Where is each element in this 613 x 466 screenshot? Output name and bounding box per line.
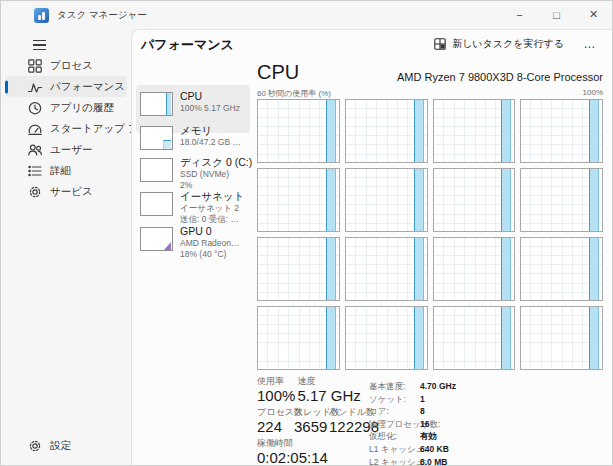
- history-icon: [27, 100, 43, 116]
- perf-item-text: CPU100% 5.17 GHz: [180, 90, 240, 114]
- core-graph-cell[interactable]: [433, 168, 516, 232]
- core-graph-cell[interactable]: [520, 306, 603, 370]
- core-graph-cell[interactable]: [257, 306, 340, 370]
- stat-プロセス数: プロセス数224: [257, 407, 294, 435]
- sidebar-item-app-history[interactable]: アプリの履歴: [5, 97, 127, 118]
- sidebar-item-label: サービス: [50, 185, 93, 199]
- perf-item-gpu-0[interactable]: GPU 0AMD Radeon(TM) ...18% (40 °C): [136, 220, 250, 263]
- stat-label: スレッド数: [294, 407, 327, 417]
- perf-item-text: メモリ18.0/47.2 GB (38%): [180, 124, 242, 148]
- sidebar-item-startup-apps[interactable]: スタートアップ アプリ: [5, 118, 127, 139]
- detail-value: 4.70 GHz: [420, 381, 456, 391]
- core-graph-cell[interactable]: [345, 99, 428, 163]
- hamburger-menu-icon[interactable]: [29, 34, 51, 56]
- window-title: タスク マネージャー: [57, 9, 147, 22]
- usage-stripe: [589, 100, 599, 162]
- detail-row: ソケット:1: [369, 392, 456, 405]
- perf-item-memory[interactable]: メモリ18.0/47.2 GB (38%): [136, 119, 250, 154]
- task-manager-app-icon: [34, 8, 49, 23]
- core-graph-cell[interactable]: [345, 168, 428, 232]
- detail-value: 有効: [420, 431, 437, 441]
- cpu-details: 基本速度:4.70 GHzソケット:1コア:8論理プロセッサ数:16仮想化:有効…: [369, 376, 456, 466]
- usage-stripe: [501, 100, 511, 162]
- sidebar-item-label: プロセス: [50, 59, 93, 73]
- cpu-pane: CPU AMD Ryzen 7 9800X3D 8-Core Processor…: [257, 57, 603, 370]
- core-graph-cell[interactable]: [520, 99, 603, 163]
- detail-value: 8.0 MB: [420, 457, 447, 466]
- core-graph-cell[interactable]: [433, 99, 516, 163]
- cpu-pane-title: CPU: [257, 59, 299, 85]
- detail-label: 仮想化:: [369, 432, 420, 442]
- stat-value: 100%: [257, 387, 295, 404]
- perf-item-title: ディスク 0 (C:): [180, 156, 246, 169]
- sidebar-item-processes[interactable]: プロセス: [5, 55, 127, 76]
- window-controls: −□✕: [501, 1, 612, 28]
- usage-stripe: [501, 169, 511, 231]
- perf-item-subline: SSD (NVMe): [180, 169, 242, 180]
- usage-stripe: [501, 307, 511, 369]
- performance-icon: [27, 79, 43, 95]
- sidebar-item-settings[interactable]: 設定: [5, 435, 127, 456]
- detail-label: L1 キャッシュ:: [369, 445, 420, 455]
- sidebar-item-services[interactable]: サービス: [5, 181, 127, 202]
- stat-value: 0:02:05:14: [257, 449, 328, 466]
- perf-thumbnail-gpu: [140, 227, 173, 251]
- core-graph-cell[interactable]: [345, 237, 428, 301]
- sidebar-item-label: 詳細: [50, 164, 71, 178]
- usage-stripe: [326, 307, 336, 369]
- perf-thumbnail-memory: [140, 126, 173, 150]
- usage-stripe: [589, 169, 599, 231]
- stat-稼働時間: 稼働時間0:02:05:14: [257, 438, 330, 466]
- stat-label: 速度: [297, 376, 360, 386]
- detail-row: L2 キャッシュ:8.0 MB: [369, 455, 456, 466]
- maximize-button[interactable]: □: [538, 1, 575, 28]
- sidebar-item-details[interactable]: 詳細: [5, 160, 127, 181]
- detail-label: コア:: [369, 407, 420, 417]
- sidebar-item-performance[interactable]: パフォーマンス: [5, 76, 127, 97]
- core-graph-cell[interactable]: [433, 306, 516, 370]
- usage-stripe: [414, 238, 424, 300]
- core-graph-cell[interactable]: [520, 168, 603, 232]
- core-graph-cell[interactable]: [257, 237, 340, 301]
- task-manager-window: タスク マネージャー −□✕ プロセスパフォーマンスアプリの履歴スタートアップ …: [0, 0, 613, 466]
- gear-icon: [27, 438, 43, 454]
- core-graph-cell[interactable]: [345, 306, 428, 370]
- detail-row: コア:8: [369, 404, 456, 417]
- sidebar-footer: 設定: [1, 435, 131, 456]
- stat-スレッド数: スレッド数3659: [294, 407, 329, 435]
- perf-thumbnail-cpu: [140, 92, 173, 116]
- run-new-task-button[interactable]: 新しいタスクを実行する: [428, 34, 570, 54]
- usage-stripe: [589, 238, 599, 300]
- content-panel: パフォーマンス 新しいタスクを実行する … CPU100% 5.17 GHzメモ…: [131, 29, 612, 465]
- detail-value: 640 KB: [420, 444, 449, 454]
- stat-label: 使用率: [257, 376, 295, 386]
- stat-value: 5.17 GHz: [297, 387, 360, 404]
- core-graph-cell[interactable]: [520, 237, 603, 301]
- perf-item-subline: イーサネット 2: [180, 203, 242, 214]
- services-icon: [27, 184, 43, 200]
- sidebar-nav: プロセスパフォーマンスアプリの履歴スタートアップ アプリユーザー詳細サービス: [1, 55, 131, 202]
- usage-stripe: [326, 100, 336, 162]
- perf-item-subline: 18.0/47.2 GB (38%): [180, 137, 242, 148]
- more-options-button[interactable]: …: [578, 34, 602, 54]
- sidebar-item-label: 設定: [50, 439, 71, 453]
- detail-row: L1 キャッシュ:640 KB: [369, 442, 456, 455]
- run-new-task-icon: [434, 38, 446, 50]
- close-button[interactable]: ✕: [575, 1, 612, 28]
- cpu-stats: 使用率100%速度5.17 GHzプロセス数224スレッド数3659ハンドル数1…: [257, 376, 603, 466]
- detail-row: 仮想化:有効: [369, 429, 456, 442]
- stat-使用率: 使用率100%: [257, 376, 297, 404]
- sidebar-item-users[interactable]: ユーザー: [5, 139, 127, 160]
- detail-value: 8: [420, 406, 425, 416]
- run-new-task-label: 新しいタスクを実行する: [452, 37, 564, 51]
- detail-value: 16: [420, 419, 429, 429]
- sidebar-item-label: パフォーマンス: [50, 80, 125, 94]
- detail-label: 論理プロセッサ数:: [369, 420, 420, 430]
- core-graph-cell[interactable]: [433, 237, 516, 301]
- selected-indicator: [5, 80, 8, 93]
- stat-row: 使用率100%速度5.17 GHz: [257, 376, 369, 404]
- detail-label: L2 キャッシュ:: [369, 458, 420, 466]
- core-graph-cell[interactable]: [257, 99, 340, 163]
- minimize-button[interactable]: −: [501, 1, 538, 28]
- core-graph-cell[interactable]: [257, 168, 340, 232]
